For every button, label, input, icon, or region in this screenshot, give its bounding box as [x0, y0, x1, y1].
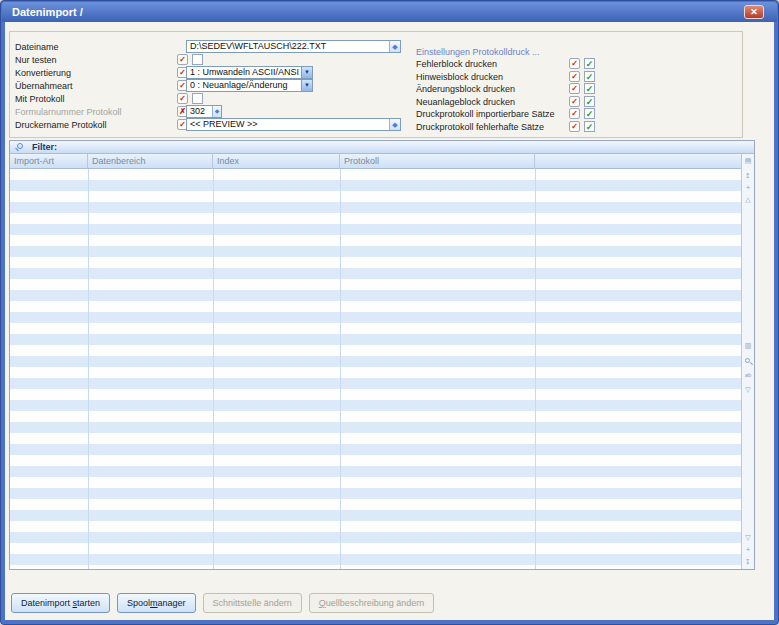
- titlebar[interactable]: Datenimport / ✕: [2, 2, 777, 22]
- mit-protokoll-checkbox[interactable]: [192, 93, 203, 104]
- close-button[interactable]: ✕: [744, 5, 764, 19]
- search-icon: [745, 358, 750, 363]
- formularnummer-value: 302: [187, 106, 212, 117]
- scroll-up-icon[interactable]: △: [742, 194, 754, 205]
- fehlerhafte-saetze-label: Druckprotokoll fehlerhafte Sätze: [416, 121, 544, 133]
- edit-check-icon: ✓: [571, 109, 578, 118]
- column-header-protokoll[interactable]: Protokoll: [340, 154, 535, 169]
- quellbeschreibung-aendern-button: Quellbeschreibung ändern: [309, 593, 435, 613]
- check-icon: ✓: [586, 59, 594, 69]
- column-header-datenbereich[interactable]: Datenbereich: [88, 154, 213, 169]
- nur-testen-checkbox[interactable]: [192, 54, 203, 65]
- scroll-handle-icon[interactable]: +: [742, 544, 754, 555]
- edit-check-icon: ✓: [179, 55, 186, 64]
- uebernahmeart-value: 0 : Neuanlage/Änderung: [187, 80, 301, 91]
- column-divider: [213, 169, 214, 569]
- fehlerblock-checkbox[interactable]: ✓: [584, 58, 595, 69]
- druckername-combo[interactable]: << PREVIEW >> ◆: [186, 118, 401, 131]
- fehlerhafte-saetze-edit-icon[interactable]: ✓: [569, 121, 580, 132]
- column-header-import-art[interactable]: Import-Art: [10, 154, 88, 169]
- column-header-empty[interactable]: [535, 154, 742, 169]
- column-chooser-icon[interactable]: ▤: [742, 155, 754, 166]
- dateiname-input[interactable]: D:\SEDEV\WFLTAUSCH\222.TXT ◆: [186, 40, 401, 53]
- screen: Datenimport / ✕ Dateiname D:\SEDEV\WFLTA…: [0, 0, 779, 625]
- protokolldruck-settings-link[interactable]: Einstellungen Protokolldruck ...: [416, 46, 540, 58]
- neuanlageblock-checkbox[interactable]: ✓: [584, 96, 595, 107]
- konvertierung-label: Konvertierung: [15, 67, 71, 79]
- view-columns-icon[interactable]: ▥: [742, 340, 754, 351]
- formularnummer-input[interactable]: 302 ◆: [186, 105, 222, 118]
- button-label: uellbeschreibung ändern: [326, 598, 425, 608]
- diamond-icon: ◆: [215, 108, 220, 114]
- druckername-label: Druckername Protokoll: [15, 119, 107, 131]
- scroll-handle-icon[interactable]: +: [742, 182, 754, 193]
- button-row: Datenimport starten Spoolmanager Schnitt…: [11, 593, 434, 613]
- edit-check-icon: ✓: [571, 84, 578, 93]
- edit-check-icon: ✓: [179, 94, 186, 103]
- grid-body[interactable]: [10, 169, 742, 569]
- button-label: Spool: [127, 598, 150, 608]
- column-header-index[interactable]: Index: [213, 154, 340, 169]
- button-mnemonic: Q: [319, 598, 326, 608]
- letters-icon[interactable]: ab: [742, 370, 754, 381]
- hinweisblock-checkbox[interactable]: ✓: [584, 71, 595, 82]
- aenderungsblock-checkbox[interactable]: ✓: [584, 83, 595, 94]
- uebernahmeart-dropdown-button[interactable]: ▼: [301, 80, 312, 91]
- uebernahmeart-dropdown[interactable]: 0 : Neuanlage/Änderung ▼: [186, 79, 313, 92]
- formularnummer-picker-button[interactable]: ◆: [212, 106, 221, 117]
- neuanlageblock-label: Neuanlageblock drucken: [416, 96, 515, 108]
- spoolmanager-button[interactable]: Spoolmanager: [117, 593, 196, 613]
- column-divider: [535, 169, 536, 569]
- diamond-icon: ◆: [392, 121, 397, 128]
- nur-testen-edit-icon[interactable]: ✓: [177, 54, 188, 65]
- check-icon: ✓: [586, 109, 594, 119]
- edit-check-icon: ✓: [571, 72, 578, 81]
- konvertierung-dropdown-button[interactable]: ▼: [301, 67, 312, 78]
- mit-protokoll-label: Mit Protokoll: [15, 93, 65, 105]
- fehlerhafte-saetze-checkbox[interactable]: ✓: [584, 121, 595, 132]
- diamond-icon: ◆: [392, 43, 397, 50]
- edit-check-icon: ✓: [571, 97, 578, 106]
- grid-scroll-strip[interactable]: ▤ ↥ + △ ▥ ab ▽ ▽ + ↧: [741, 154, 754, 569]
- dateiname-label: Dateiname: [15, 41, 59, 53]
- check-icon: ✓: [586, 97, 594, 107]
- druckername-picker-button[interactable]: ◆: [389, 119, 400, 130]
- filter-bar[interactable]: Filter:: [10, 141, 754, 154]
- button-label: Schnittstelle ändern: [213, 598, 292, 608]
- check-icon: ✓: [586, 72, 594, 82]
- edit-check-icon: ✓: [179, 68, 186, 77]
- column-divider: [88, 169, 89, 569]
- fehlerblock-label: Fehlerblock drucken: [416, 58, 497, 70]
- close-icon: ✕: [750, 7, 758, 17]
- datenimport-starten-button[interactable]: Datenimport starten: [11, 593, 110, 613]
- scroll-to-bottom-icon[interactable]: ↧: [742, 556, 754, 567]
- aenderungsblock-edit-icon[interactable]: ✓: [569, 83, 580, 94]
- button-label: tarten: [77, 598, 100, 608]
- konvertierung-value: 1 : Umwandeln ASCII/ANSI: [187, 67, 301, 78]
- schnittstelle-aendern-button: Schnittstelle ändern: [203, 593, 302, 613]
- mit-protokoll-edit-icon[interactable]: ✓: [177, 93, 188, 104]
- neuanlageblock-edit-icon[interactable]: ✓: [569, 96, 580, 107]
- scroll-down-icon[interactable]: ▽: [742, 532, 754, 543]
- window-title: Datenimport /: [12, 6, 83, 18]
- check-icon: ✓: [586, 122, 594, 132]
- edit-check-icon: ✓: [571, 59, 578, 68]
- hinweisblock-edit-icon[interactable]: ✓: [569, 71, 580, 82]
- aenderungsblock-label: Änderungsblock drucken: [416, 83, 515, 95]
- formularnummer-label: Formularnummer Protokoll: [15, 106, 122, 118]
- button-label: anager: [158, 598, 186, 608]
- chevron-down-icon: ▼: [304, 82, 310, 88]
- konvertierung-dropdown[interactable]: 1 : Umwandeln ASCII/ANSI ▼: [186, 66, 313, 79]
- edit-check-icon: ✓: [179, 120, 186, 129]
- dateiname-browse-button[interactable]: ◆: [389, 41, 400, 52]
- fehlerblock-edit-icon[interactable]: ✓: [569, 58, 580, 69]
- importierbare-saetze-edit-icon[interactable]: ✓: [569, 108, 580, 119]
- search-icon[interactable]: [742, 356, 754, 367]
- hinweisblock-label: Hinweisblock drucken: [416, 71, 503, 83]
- check-icon: ✓: [586, 84, 594, 94]
- importierbare-saetze-checkbox[interactable]: ✓: [584, 108, 595, 119]
- scroll-to-top-icon[interactable]: ↥: [742, 170, 754, 181]
- button-mnemonic: m: [150, 598, 158, 608]
- filter-funnel-icon[interactable]: ▽: [742, 384, 754, 395]
- edit-check-icon: ✓: [179, 81, 186, 90]
